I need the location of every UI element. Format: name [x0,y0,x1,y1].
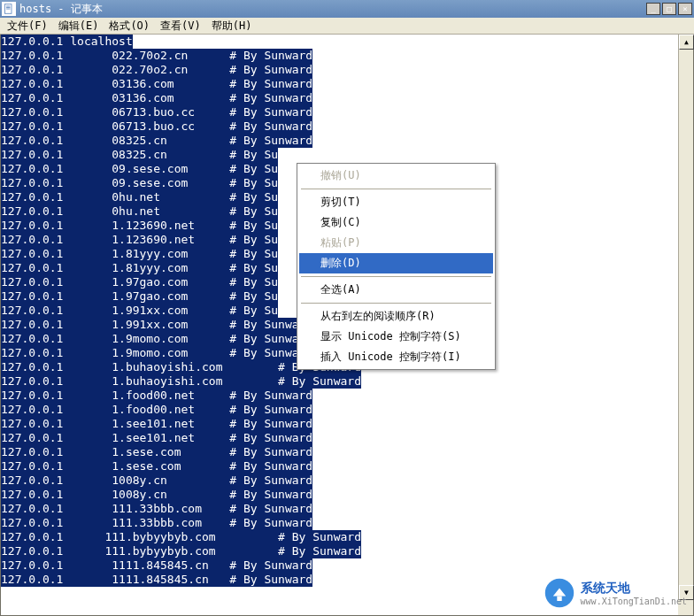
ctx-undo[interactable]: 撤销(U) [299,166,493,186]
ctx-separator [301,276,491,277]
ctx-insert-unicode[interactable]: 插入 Unicode 控制字符(I) [299,347,493,367]
ctx-separator [301,189,491,189]
text-line: 127.0.0.1 03136.com # By Sunward [1,77,693,91]
text-line: 127.0.0.1 1.food00.net # By Sunward [1,403,693,417]
text-line: 127.0.0.1 1.sese.com # By Sunward [1,459,693,474]
text-line: 127.0.0.1 111.bybyybyb.com # By Sunward [1,544,693,558]
menu-file[interactable]: 文件(F) [2,17,53,35]
text-line: 127.0.0.1 1.food00.net # By Sunward [1,389,693,403]
ctx-separator [301,303,491,304]
menu-help[interactable]: 帮助(H) [206,17,258,35]
text-line: 127.0.0.1 1111.845845.cn # By Sunward [1,558,693,573]
watermark-url: www.XiTongTianDi.net [581,597,687,606]
ctx-show-unicode[interactable]: 显示 Unicode 控制字符(S) [299,327,493,347]
ctx-cut[interactable]: 剪切(T) [299,192,493,212]
titlebar: hosts - 记事本 _ □ × [0,0,694,18]
window-title: hosts - 记事本 [19,2,646,17]
text-line: 127.0.0.1 localhost [1,35,693,49]
ctx-select-all[interactable]: 全选(A) [299,280,493,300]
text-line: 127.0.0.1 111.33bbb.com # By Sunward [1,516,693,530]
text-line: 127.0.0.1 1.see101.net # By Sunward [1,417,693,431]
menu-format[interactable]: 格式(O) [104,17,155,35]
window-controls: _ □ × [646,3,692,15]
ctx-delete[interactable]: 删除(D) [299,253,493,273]
text-line: 127.0.0.1 06713.buo.cc # By Sunward [1,119,693,134]
ctx-paste[interactable]: 粘贴(P) [299,233,493,253]
text-line: 127.0.0.1 022.70o2.cn # By Sunward [1,49,693,63]
maximize-button[interactable]: □ [662,3,676,15]
text-line: 127.0.0.1 1.sese.com # By Sunward [1,445,693,459]
menubar: 文件(F) 编辑(E) 格式(O) 查看(V) 帮助(H) [0,18,694,35]
menu-edit[interactable]: 编辑(E) [53,17,104,35]
text-line: 127.0.0.1 08325.cn # By Sunward [1,134,693,148]
scroll-up-button[interactable]: ▲ [679,35,694,50]
text-line: 127.0.0.1 111.bybyybyb.com # By Sunward [1,530,693,544]
text-line: 127.0.0.1 1.buhaoyishi.com # By Sunward [1,374,693,389]
watermark-brand: 系统天地 [581,581,630,595]
watermark: 系统天地 www.XiTongTianDi.net [544,577,687,609]
text-line: 127.0.0.1 03136.com # By Sunward [1,91,693,105]
text-line: 127.0.0.1 111.33bbb.com # By Sunward [1,502,693,516]
svg-rect-5 [557,597,561,601]
text-line: 127.0.0.1 06713.buo.cc # By Sunward [1,105,693,119]
minimize-button[interactable]: _ [646,3,660,15]
ctx-rtl[interactable]: 从右到左的阅读顺序(R) [299,306,493,327]
text-line: 127.0.0.1 1.see101.net # By Sunward [1,431,693,445]
close-button[interactable]: × [678,3,692,15]
ctx-copy[interactable]: 复制(C) [299,212,493,233]
menu-view[interactable]: 查看(V) [155,17,206,35]
text-line: 127.0.0.1 1008y.cn # By Sunward [1,488,693,502]
text-line: 127.0.0.1 1008y.cn # By Sunward [1,474,693,488]
text-line: 127.0.0.1 022.70o2.cn # By Sunward [1,63,693,77]
notepad-icon [2,2,16,16]
vertical-scrollbar[interactable]: ▲ ▼ [678,35,693,615]
context-menu: 撤销(U) 剪切(T) 复制(C) 粘贴(P) 删除(D) 全选(A) 从右到左… [297,163,496,370]
text-line: 127.0.0.1 08325.cn # By Su [1,148,693,162]
watermark-logo-icon [544,577,575,609]
